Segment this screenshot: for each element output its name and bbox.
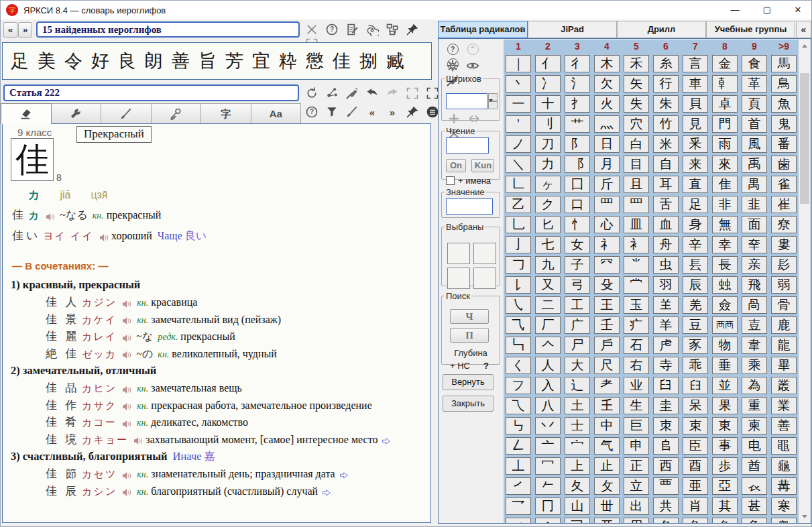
alt-kanji-link[interactable]: 嘉 [205, 450, 216, 463]
radical-cell[interactable]: 𠃋 [506, 437, 531, 455]
clear-icon[interactable] [304, 23, 320, 38]
compound-kana[interactable]: カヒン [82, 382, 117, 394]
panel-tab[interactable]: Таблица радикалов [438, 21, 528, 38]
entry-kanji[interactable]: 佳 [12, 209, 26, 221]
article-tab-eraser[interactable] [1, 103, 52, 124]
radical-cell[interactable]: 酉 [683, 457, 708, 475]
compound-kanji[interactable]: 佳 景 [46, 313, 79, 326]
radical-cell[interactable]: 土 [565, 397, 590, 414]
radical-cell[interactable]: 中 [594, 417, 620, 434]
maximize-button[interactable]: ▢ [753, 1, 781, 19]
stroke-count-stepper[interactable] [446, 93, 497, 109]
radical-cell[interactable]: ｜ [506, 55, 531, 72]
compound-kanji[interactable]: 佳 肴 [46, 416, 79, 428]
radical-cell[interactable]: 辶 [565, 377, 590, 394]
radical-cell[interactable]: 物 [712, 337, 738, 354]
radical-cell[interactable]: 𠆢 [535, 518, 561, 523]
radical-cell[interactable]: 舟 [653, 236, 679, 253]
radical-cell[interactable]: 鳥 [771, 75, 797, 93]
radical-cell[interactable]: 龍 [771, 337, 797, 354]
speaker-icon[interactable] [122, 483, 131, 501]
radical-cell[interactable]: 長 [712, 256, 738, 274]
radical-cell[interactable]: 龸 [624, 276, 649, 294]
radical-cell[interactable]: 魚 [771, 95, 797, 113]
radical-cell[interactable]: 乙 [506, 196, 531, 213]
radical-cell[interactable]: ノ [506, 135, 531, 153]
radical-cell[interactable]: 身 [683, 216, 708, 233]
radical-cell[interactable]: 車 [683, 75, 708, 93]
radical-cell[interactable]: 又 [535, 276, 561, 294]
radical-cell[interactable]: 束 [683, 417, 708, 434]
radical-cell[interactable]: 崔 [771, 196, 797, 213]
radical-cell[interactable]: 日 [594, 135, 620, 153]
scrollbar-thumb[interactable] [800, 73, 809, 204]
radical-cell[interactable]: 八 [535, 397, 561, 414]
radical-cell[interactable]: 𡈼 [594, 397, 620, 414]
radical-cell[interactable]: 善 [771, 417, 797, 434]
radical-cell[interactable]: 角 [683, 518, 708, 523]
radical-cell[interactable]: 氵 [565, 75, 590, 93]
next-icon[interactable]: » [384, 105, 400, 120]
headword-kanji[interactable]: 佳 [11, 138, 54, 181]
brush2-icon[interactable] [344, 105, 360, 120]
radical-cell[interactable]: 亲 [742, 256, 767, 274]
radical-cell[interactable]: 舌 [653, 196, 679, 213]
radical-cell[interactable]: 羽 [653, 276, 679, 294]
radical-cell[interactable]: 弱 [771, 276, 797, 294]
speaker-icon[interactable] [122, 294, 131, 312]
radical-cell[interactable]: 弓 [565, 276, 590, 294]
radical-cell[interactable]: 火 [594, 95, 620, 113]
radical-cell[interactable]: 壬 [594, 316, 620, 334]
radical-cell[interactable]: 欠 [594, 75, 620, 93]
help-icon[interactable]: ? [324, 23, 340, 38]
radical-cell[interactable]: 彳 [565, 55, 590, 72]
radical-cell[interactable]: 其 [712, 497, 738, 515]
radical-cell[interactable]: 並 [712, 377, 738, 394]
radical-cell[interactable]: 立 [624, 477, 649, 495]
radical-cell[interactable]: 畢 [771, 357, 797, 374]
radical-cell[interactable]: 雨 [712, 135, 738, 153]
radical-cell[interactable]: ㇀ [506, 518, 531, 523]
radical-cell[interactable]: 果 [712, 397, 738, 414]
result-kanji[interactable]: 臧 [386, 49, 404, 73]
prev-icon[interactable]: « [364, 105, 380, 120]
result-kanji[interactable]: 朗 [145, 49, 163, 73]
radical-cell[interactable]: 行 [653, 75, 679, 93]
radical-cell[interactable]: 囗 [565, 176, 590, 193]
radical-cell[interactable]: 𠆢 [535, 337, 561, 354]
radical-cell[interactable]: 亠 [535, 437, 561, 455]
radical-cell[interactable]: 辰 [683, 276, 708, 294]
compound-kana[interactable]: カキョー [82, 434, 128, 445]
radical-cell[interactable]: 奥 [771, 518, 797, 523]
result-kanji[interactable]: 令 [64, 49, 82, 73]
radical-cell[interactable]: 斤 [594, 176, 620, 193]
swap-icon[interactable] [466, 112, 482, 127]
compound-kanji[interactable]: 絶 佳 [46, 347, 79, 360]
radical-cell[interactable]: 兔 [712, 518, 738, 523]
radical-cell[interactable]: 白 [624, 135, 649, 153]
radical-cell[interactable]: 阝 [565, 135, 590, 153]
result-kanji[interactable]: 美 [38, 49, 56, 73]
search-input[interactable] [36, 21, 300, 38]
radical-cell[interactable]: く [506, 357, 531, 374]
radical-cell[interactable]: 亅 [506, 236, 531, 253]
radical-cell[interactable]: ⺲ [594, 196, 620, 213]
radical-cell[interactable]: 匕 [535, 216, 561, 233]
result-kanji[interactable]: 旨 [198, 49, 217, 73]
history-forward-button[interactable]: » [18, 22, 32, 38]
radical-cell[interactable]: 負 [742, 518, 767, 523]
radical-cell[interactable]: 𠃑 [506, 337, 531, 354]
radical-cell[interactable]: 禺 [742, 176, 767, 193]
radical-cell[interactable]: 丄 [506, 457, 531, 475]
result-kanji[interactable]: 良 [118, 49, 136, 73]
alt-kanji-link[interactable]: 良い [185, 230, 207, 241]
radical-cell[interactable]: 襾襾 [712, 316, 738, 334]
flashlight-icon[interactable] [344, 86, 360, 101]
radical-cell[interactable]: 石 [624, 337, 649, 354]
radical-cell[interactable]: 髟 [771, 256, 797, 274]
radical-cell[interactable]: 业 [624, 377, 649, 394]
up-circle-icon[interactable]: ⌃ [465, 42, 481, 57]
radical-cell[interactable]: 甚 [742, 497, 767, 515]
radical-cell[interactable]: 刂 [535, 115, 561, 133]
radical-cell[interactable]: 礻 [594, 236, 620, 253]
